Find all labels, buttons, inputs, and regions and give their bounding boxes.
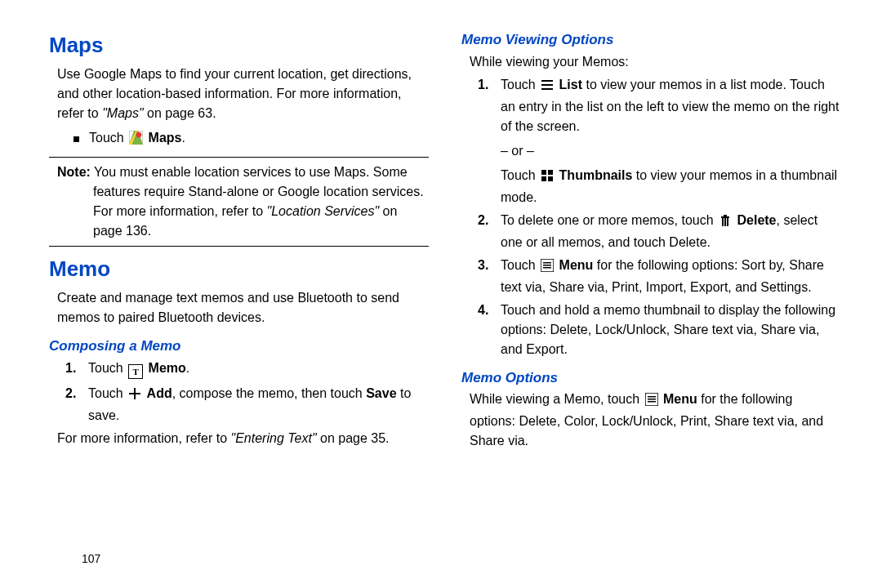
more-b: on page 35. — [317, 431, 390, 445]
svg-rect-7 — [541, 84, 553, 86]
svg-rect-8 — [541, 88, 553, 90]
note-text: Note: You must enable location services … — [57, 163, 425, 241]
svg-rect-21 — [543, 267, 551, 269]
viewing-intro: While viewing your Memos: — [470, 52, 841, 72]
or-divider: – or – — [501, 141, 841, 161]
svg-rect-16 — [724, 218, 726, 226]
viewing-steps: Touch List to view your memos in a list … — [461, 75, 841, 359]
page-number: 107 — [82, 552, 100, 565]
svg-rect-17 — [727, 218, 728, 226]
v1-touch2: Touch — [501, 168, 539, 182]
add-icon — [128, 386, 141, 406]
svg-rect-12 — [548, 176, 553, 181]
maps-touch-row: Touch Maps. — [74, 128, 429, 150]
viewing-step-3: Touch Menu for the following options: So… — [461, 256, 841, 297]
svg-rect-6 — [541, 80, 553, 82]
left-column: Maps Use Google Maps to find your curren… — [49, 24, 429, 572]
v1-thumb: Thumbnails — [559, 168, 633, 182]
v1-list: List — [559, 78, 582, 91]
s1-dot: . — [186, 361, 189, 375]
touch-word: Touch — [89, 131, 127, 145]
composing-step-1: Touch T Memo. — [49, 359, 429, 381]
memo-app-icon: T — [128, 361, 143, 381]
more-ref: "Entering Text" — [231, 431, 317, 445]
viewing-step-1: Touch List to view your memos in a list … — [461, 75, 841, 207]
manual-page: Maps Use Google Maps to find your curren… — [0, 0, 882, 588]
more-a: For more information, refer to — [57, 431, 231, 445]
maps-ref: "Maps" — [102, 106, 143, 120]
heading-memo-options: Memo Options — [461, 368, 841, 389]
s2-touch: Touch — [88, 386, 127, 400]
maps-app-icon — [129, 131, 143, 150]
maps-touch-text: Touch Maps. — [89, 128, 185, 150]
square-bullet-icon — [74, 136, 79, 142]
s1-memo: Memo — [149, 361, 186, 375]
s2-add: Add — [147, 386, 172, 400]
period: . — [182, 131, 185, 145]
v1-touch: Touch — [501, 78, 539, 91]
thumbnails-icon — [541, 168, 554, 188]
svg-rect-14 — [724, 215, 727, 216]
v2-a: To delete one or more memos, touch — [501, 213, 717, 227]
svg-rect-23 — [648, 396, 656, 398]
maps-intro-text-b: on page 63. — [144, 106, 216, 120]
svg-rect-9 — [541, 170, 546, 175]
composing-steps: Touch T Memo. Touch Add, compose the mem… — [49, 359, 429, 425]
svg-rect-5 — [129, 393, 140, 394]
list-icon — [541, 78, 554, 97]
svg-point-3 — [136, 132, 142, 138]
svg-rect-11 — [541, 176, 546, 181]
memo-intro: Create and manage text memos and use Blu… — [57, 288, 429, 327]
maps-note: Note: You must enable location services … — [49, 163, 429, 241]
note-label: Note: — [57, 165, 91, 179]
s1-touch: Touch — [88, 361, 127, 375]
menu-icon — [541, 258, 554, 278]
svg-rect-24 — [648, 399, 656, 400]
svg-rect-15 — [722, 218, 724, 226]
rule-icon — [49, 157, 429, 158]
maps-intro: Use Google Maps to find your current loc… — [57, 65, 429, 123]
heading-viewing: Memo Viewing Options — [461, 29, 841, 51]
v3-menu: Menu — [559, 258, 594, 272]
delete-icon — [719, 213, 732, 233]
maps-label: Maps — [149, 131, 182, 145]
note-ref: "Location Services" — [267, 204, 380, 218]
heading-memo: Memo — [49, 253, 429, 285]
rule-icon — [49, 246, 429, 247]
svg-rect-25 — [648, 401, 656, 403]
mo-a: While viewing a Memo, touch — [470, 392, 644, 406]
svg-rect-20 — [543, 265, 551, 266]
v3-a: Touch — [501, 258, 539, 272]
heading-composing: Composing a Memo — [49, 336, 429, 357]
viewing-step-2: To delete one or more memos, touch Delet… — [461, 211, 841, 252]
memo-more-info: For more information, refer to "Entering… — [57, 429, 429, 448]
mo-menu: Menu — [663, 392, 697, 406]
v2-del: Delete — [737, 213, 776, 227]
right-column: Memo Viewing Options While viewing your … — [461, 24, 841, 572]
composing-step-2: Touch Add, compose the memo, then touch … — [49, 384, 429, 425]
svg-rect-19 — [543, 262, 551, 264]
svg-rect-10 — [548, 170, 553, 175]
svg-rect-13 — [721, 216, 729, 218]
viewing-step-4: Touch and hold a memo thumbnail to displ… — [461, 301, 841, 359]
s2-save: Save — [366, 386, 396, 400]
s2-mid: , compose the memo, then touch — [172, 386, 366, 400]
memo-options-text: While viewing a Memo, touch Menu for the… — [470, 390, 841, 451]
menu-icon — [645, 392, 658, 412]
heading-maps: Maps — [49, 29, 429, 61]
